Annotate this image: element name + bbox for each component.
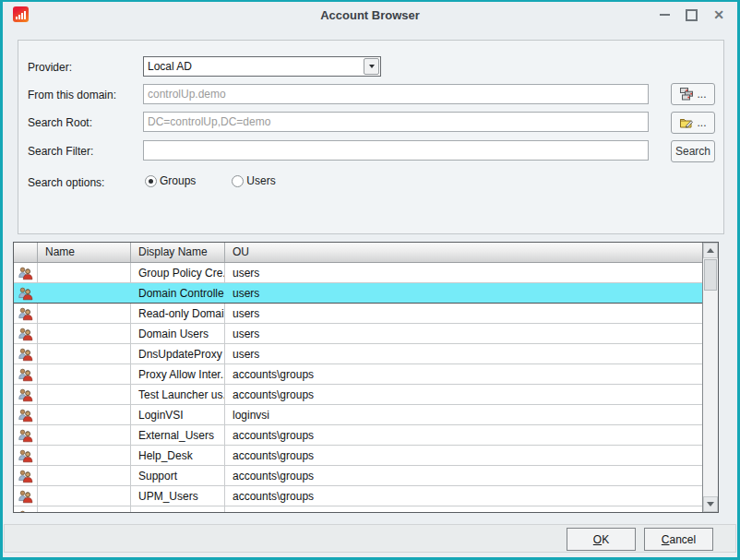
- table-row[interactable]: UPM_Users accounts\groups: [14, 486, 702, 506]
- group-icon: [18, 509, 33, 513]
- table-row[interactable]: Support accounts\groups: [14, 466, 702, 486]
- table-row[interactable]: Group Policy Cre... users: [14, 263, 702, 283]
- column-header-icon[interactable]: [14, 243, 38, 262]
- cell-name: [38, 324, 131, 343]
- account-browser-dialog: Account Browser ✕ Provider: Local AD Fro…: [0, 0, 740, 560]
- group-icon: [18, 387, 33, 402]
- table-header: Name Display Name OU: [14, 243, 702, 263]
- group-icon: [18, 428, 33, 443]
- cell-name: [38, 506, 131, 512]
- scrollbar-track[interactable]: [703, 291, 718, 496]
- scroll-down-icon: [707, 502, 714, 506]
- radio-groups-label: Groups: [160, 174, 196, 187]
- maximize-icon[interactable]: [686, 9, 698, 21]
- cell-display-name: Help_Desk: [131, 446, 225, 465]
- group-icon: [18, 448, 33, 463]
- group-icon: [18, 286, 33, 301]
- provider-dropdown-button[interactable]: [364, 58, 379, 75]
- cell-name: [38, 283, 131, 303]
- cell-name: [38, 466, 131, 485]
- table-row[interactable]: DnsUpdateProxy users: [14, 344, 702, 364]
- table-row[interactable]: Domain Controllers users: [14, 283, 702, 304]
- table-body: Group Policy Cre... users Domain Control…: [14, 263, 702, 512]
- cell-ou: loginvsi: [225, 405, 702, 424]
- column-header-name[interactable]: Name: [38, 243, 131, 262]
- cell-display-name: Support: [131, 466, 225, 485]
- group-icon: [18, 489, 33, 504]
- search-button-label: Search: [675, 145, 710, 158]
- cell-display-name: Proxy Allow Inter...: [131, 364, 225, 384]
- cell-ou: accounts\groups: [225, 446, 702, 465]
- scroll-up-button[interactable]: [703, 243, 718, 258]
- scroll-down-button[interactable]: [703, 496, 718, 512]
- title-bar: Account Browser ✕: [3, 2, 737, 28]
- provider-select[interactable]: Local AD: [143, 56, 381, 77]
- cell-name: [38, 385, 131, 404]
- search-root-browse-button[interactable]: ...: [671, 112, 715, 134]
- group-icon: [18, 347, 33, 362]
- cell-ou: accounts\groups: [225, 425, 702, 445]
- cell-display-name: External_Users: [131, 425, 225, 445]
- group-icon: [18, 266, 33, 280]
- radio-groups[interactable]: Groups: [145, 174, 196, 187]
- cell-name: [38, 304, 131, 323]
- domain-browse-button[interactable]: ...: [671, 83, 715, 105]
- table-row[interactable]: Help_Desk accounts\groups: [14, 446, 702, 466]
- domain-servers-icon: [679, 87, 694, 101]
- group-icon: [18, 327, 33, 341]
- cell-ou: users: [225, 344, 702, 363]
- search-root-label: Search Root:: [28, 116, 92, 129]
- table-row[interactable]: Domain Users users: [14, 324, 702, 344]
- group-icon: [18, 408, 33, 423]
- cell-display-name: Read-only Domai...: [131, 304, 225, 323]
- cell-ou: users: [225, 304, 702, 323]
- search-filter-field[interactable]: [143, 140, 649, 161]
- cell-display-name: [131, 506, 225, 512]
- search-root-field[interactable]: [143, 112, 649, 132]
- search-options-label: Search options:: [28, 176, 104, 189]
- scrollbar-thumb[interactable]: [704, 259, 717, 291]
- radio-users-circle[interactable]: [232, 175, 244, 187]
- cell-display-name: Domain Controllers: [131, 283, 225, 303]
- column-header-display-name[interactable]: Display Name: [131, 243, 225, 262]
- provider-value: Local AD: [148, 60, 192, 73]
- cell-display-name: Test Launcher us...: [131, 385, 225, 404]
- scroll-up-icon: [707, 248, 714, 253]
- group-icon: [18, 469, 33, 483]
- cell-display-name: LoginVSI: [131, 405, 225, 424]
- cell-name: [38, 364, 131, 384]
- ok-button[interactable]: OK: [567, 528, 636, 551]
- combo-arrow-icon: [369, 65, 375, 68]
- search-button[interactable]: Search: [671, 140, 715, 162]
- table-row[interactable]: Test Launcher us... accounts\groups: [14, 385, 702, 405]
- cell-display-name: DnsUpdateProxy: [131, 344, 225, 363]
- domain-browse-label: ...: [697, 88, 706, 101]
- search-root-browse-label: ...: [697, 116, 706, 129]
- cell-name: [38, 263, 131, 282]
- cell-ou: [225, 506, 702, 512]
- window-title: Account Browser: [3, 8, 737, 22]
- cell-name: [38, 344, 131, 363]
- column-header-ou[interactable]: OU: [225, 243, 702, 262]
- vertical-scrollbar[interactable]: [702, 243, 718, 512]
- cell-ou: accounts\groups: [225, 486, 702, 506]
- table-row[interactable]: Proxy Allow Inter... accounts\groups: [14, 364, 702, 385]
- radio-users[interactable]: Users: [232, 174, 275, 187]
- radio-groups-circle[interactable]: [145, 175, 157, 187]
- table-row[interactable]: [14, 506, 702, 512]
- cell-ou: accounts\groups: [225, 466, 702, 485]
- domain-label: From this domain:: [28, 89, 116, 101]
- search-filter-label: Search Filter:: [28, 145, 93, 158]
- table-row[interactable]: External_Users accounts\groups: [14, 425, 702, 446]
- cell-ou: users: [225, 263, 702, 282]
- domain-field[interactable]: [143, 84, 649, 104]
- cell-display-name: Group Policy Cre...: [131, 263, 225, 282]
- close-icon[interactable]: ✕: [713, 8, 724, 21]
- cell-name: [38, 425, 131, 445]
- cancel-button[interactable]: Cancel: [644, 528, 713, 551]
- cell-ou: accounts\groups: [225, 385, 702, 404]
- minimize-icon[interactable]: [660, 14, 670, 16]
- table-row[interactable]: Read-only Domai... users: [14, 304, 702, 324]
- table-row[interactable]: LoginVSI loginvsi: [14, 405, 702, 425]
- group-icon: [18, 367, 33, 382]
